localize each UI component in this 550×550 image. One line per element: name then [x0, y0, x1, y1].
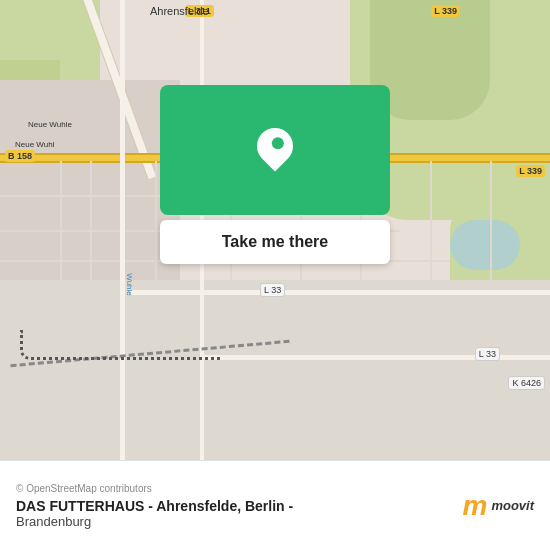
- grid-street: [0, 380, 550, 382]
- city-label: Ahrensfelde: [150, 5, 209, 17]
- location-marker-background: [160, 85, 390, 215]
- urban-area-bottom: [0, 280, 550, 460]
- grid-vstreet: [430, 155, 432, 460]
- street-label-neue-wuhl: Neue Wuhl: [15, 140, 54, 149]
- footer-content: © OpenStreetMap contributors DAS FUTTERH…: [16, 483, 462, 529]
- map-pin-icon: [253, 128, 297, 172]
- take-me-there-label: Take me there: [222, 233, 328, 251]
- map-container: B 158 L 311 L 339 L 339 L 33 L 33 K 6426…: [0, 0, 550, 460]
- moovit-brand-text: moovit: [491, 498, 534, 513]
- road-label-b158: B 158: [5, 150, 35, 162]
- street-label-neue-wuhle: Neue Wuhle: [28, 120, 72, 129]
- map-pin-circle: [250, 121, 301, 172]
- road-label-l33-2: L 33: [475, 347, 500, 361]
- road-label-l339-top: L 339: [431, 5, 460, 17]
- water-area-right: [450, 220, 520, 270]
- location-subtitle: Brandenburg: [16, 514, 462, 529]
- road-label-l339-mid: L 339: [516, 165, 545, 177]
- grid-street: [0, 415, 550, 417]
- take-me-there-button[interactable]: Take me there: [160, 220, 390, 264]
- road-label-k6426: K 6426: [508, 376, 545, 390]
- footer-copyright: © OpenStreetMap contributors: [16, 483, 462, 494]
- grid-vstreet: [90, 155, 92, 460]
- road-vertical-1: [120, 0, 125, 460]
- grid-vstreet: [60, 155, 62, 460]
- map-pin-dot: [272, 137, 284, 149]
- grid-vstreet: [490, 155, 492, 460]
- grid-vstreet: [155, 155, 157, 460]
- moovit-logo: m moovit: [462, 490, 534, 522]
- moovit-m-icon: m: [462, 490, 487, 522]
- footer: © OpenStreetMap contributors DAS FUTTERH…: [0, 460, 550, 550]
- grid-street: [0, 310, 500, 312]
- route-path: [20, 330, 220, 360]
- road-l33-1: [130, 290, 550, 295]
- road-label-wuhle: Wuhle: [125, 273, 134, 296]
- road-label-l33-1: L 33: [260, 283, 285, 297]
- location-title: DAS FUTTERHAUS - Ahrensfelde, Berlin -: [16, 498, 462, 514]
